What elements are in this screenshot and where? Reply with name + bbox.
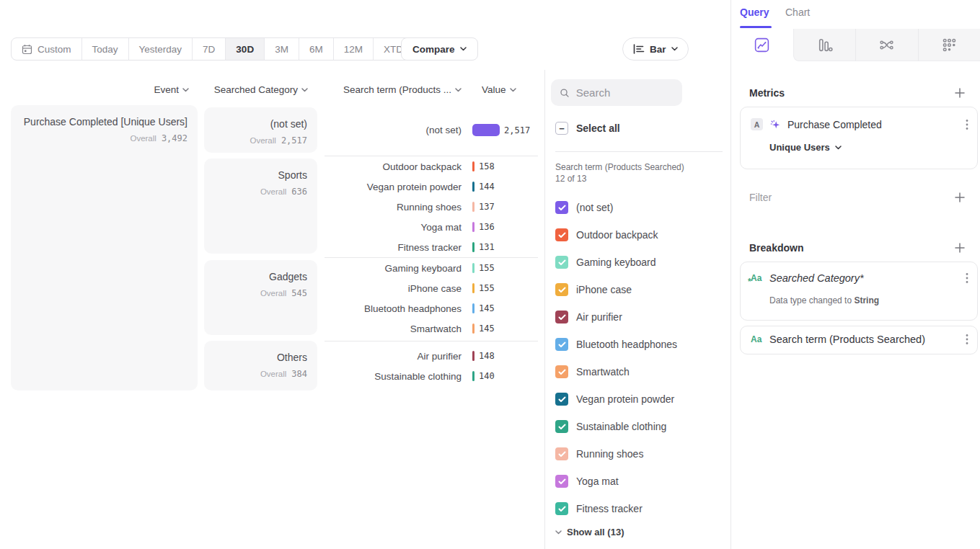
show-all-toggle[interactable]: Show all (13)	[555, 527, 624, 537]
value-bar	[472, 351, 474, 361]
date-range-label: 6M	[309, 44, 323, 55]
table-row[interactable]: Gaming keyboard 155	[325, 258, 538, 278]
legend-item[interactable]: Vegan protein powder	[555, 385, 725, 413]
chart-type-dropdown[interactable]: Bar	[622, 37, 689, 61]
search-input[interactable]	[576, 86, 675, 99]
legend-item[interactable]: Outdoor backpack	[555, 221, 725, 249]
category-cell[interactable]: Others Overall384	[204, 341, 317, 390]
table-row[interactable]: Smartwatch 145	[325, 318, 538, 339]
add-filter-button[interactable]	[953, 190, 967, 205]
metric-card[interactable]: A Purchase Completed Unique Users	[740, 107, 978, 169]
category-cell[interactable]: Gadgets Overall545	[204, 260, 317, 335]
checkbox[interactable]	[555, 475, 568, 488]
category-cell[interactable]: Sports Overall636	[204, 159, 317, 254]
legend-item[interactable]: iPhone case	[555, 276, 725, 303]
column-header-value[interactable]: Value	[482, 84, 516, 95]
column-header-label: Searched Category	[214, 84, 298, 95]
legend-item[interactable]: Fitness tracker	[555, 495, 725, 522]
breakdown-card[interactable]: Aa Search term (Products Searched)	[740, 326, 978, 354]
table-row[interactable]: (not set) 2,517	[325, 120, 538, 140]
date-range-yesterday[interactable]: Yesterday	[128, 38, 193, 60]
column-header-searched-category[interactable]: Searched Category	[204, 84, 308, 95]
add-breakdown-button[interactable]	[953, 241, 967, 255]
tab-chart[interactable]: Chart	[785, 6, 810, 18]
checkbox[interactable]	[555, 256, 568, 269]
tab-flows[interactable]	[855, 29, 918, 61]
breakdown-menu-button[interactable]	[966, 334, 968, 345]
legend-item[interactable]: Smartwatch	[555, 358, 725, 385]
category-cell[interactable]: (not set) Overall2,517	[204, 107, 317, 153]
legend-item[interactable]: Gaming keyboard	[555, 249, 725, 276]
table-row[interactable]: iPhone case 155	[325, 278, 538, 298]
checkbox[interactable]	[555, 338, 568, 351]
bar-zone: 2,517	[472, 124, 538, 136]
select-all-checkbox[interactable]: −	[555, 122, 568, 135]
checkbox[interactable]	[555, 311, 568, 323]
kebab-icon	[966, 119, 968, 130]
column-header-search-term[interactable]: Search term (Products ...	[325, 84, 462, 95]
legend-item[interactable]: Running shoes	[555, 440, 725, 468]
category-overall: Overall636	[211, 184, 307, 197]
overall-label: Overall	[260, 289, 286, 298]
event-cell[interactable]: Purchase Completed [Unique Users] Overal…	[11, 105, 198, 390]
search-term: iPhone case	[325, 283, 472, 294]
aggregation-dropdown[interactable]: Unique Users	[769, 142, 842, 153]
table-row[interactable]: Yoga mat 136	[325, 217, 538, 237]
checkbox[interactable]	[555, 365, 568, 378]
compare-button[interactable]: Compare	[401, 37, 478, 61]
breakdown-menu-button[interactable]	[966, 272, 968, 284]
legend-item[interactable]: (not set)	[555, 194, 725, 221]
check-icon	[558, 369, 566, 375]
filter-section-header: Filter	[749, 190, 967, 205]
checkbox[interactable]	[555, 393, 568, 406]
legend-item[interactable]: Bluetooth headphones	[555, 331, 725, 358]
category-overall: Overall2,517	[211, 133, 307, 146]
table-row[interactable]: Vegan protein powder 144	[325, 177, 538, 197]
value: 155	[479, 283, 495, 293]
breakdown-section-header: Breakdown	[749, 241, 967, 255]
checkbox[interactable]	[555, 502, 568, 515]
search-term: Fitness tracker	[325, 242, 472, 253]
checkbox[interactable]	[555, 228, 568, 241]
legend-item[interactable]: Air purifier	[555, 303, 725, 331]
date-range-custom[interactable]: Custom	[12, 38, 81, 60]
table-row[interactable]: Outdoor backpack 158	[325, 156, 538, 177]
date-range-12m[interactable]: 12M	[333, 38, 373, 60]
add-metric-button[interactable]	[953, 86, 967, 100]
date-range-label: Custom	[37, 44, 71, 55]
table-row[interactable]: Sustainable clothing 140	[325, 366, 538, 386]
legend-item-label: Outdoor backpack	[576, 229, 658, 241]
tab-funnels[interactable]	[793, 29, 856, 61]
legend-item[interactable]: Sustainable clothing	[555, 413, 725, 440]
table-row[interactable]: Bluetooth headphones 145	[325, 298, 538, 318]
tab-query[interactable]: Query	[740, 6, 769, 18]
column-header-label: Value	[482, 84, 506, 95]
checkbox[interactable]	[555, 201, 568, 214]
select-all-option[interactable]: − Select all	[555, 122, 620, 135]
legend-item-label: Air purifier	[576, 311, 622, 323]
table-row[interactable]: Air purifier 148	[325, 346, 538, 366]
tab-retention[interactable]	[918, 29, 980, 61]
date-range-3m[interactable]: 3M	[264, 38, 299, 60]
date-range-6m[interactable]: 6M	[299, 38, 333, 60]
legend-item[interactable]: Yoga mat	[555, 468, 725, 495]
search-box[interactable]	[551, 79, 682, 106]
table-row[interactable]: Fitness tracker 131	[325, 237, 538, 257]
column-header-event[interactable]: Event	[11, 84, 189, 95]
metric-menu-button[interactable]	[966, 119, 968, 130]
aggregation-label: Unique Users	[769, 142, 830, 153]
checkbox[interactable]	[555, 283, 568, 296]
legend-item-label: Bluetooth headphones	[576, 339, 677, 350]
date-range-7d[interactable]: 7D	[192, 38, 225, 60]
retention-icon	[941, 37, 958, 53]
date-range-today[interactable]: Today	[81, 38, 128, 60]
tab-insights[interactable]	[731, 29, 793, 61]
checkbox[interactable]	[555, 420, 568, 433]
table-row[interactable]: Running shoes 137	[325, 197, 538, 217]
breakdown-card[interactable]: Aa* Searched Category* Data type changed…	[740, 262, 978, 321]
list-count-label: Search term (Products Searched) 12 of 13	[555, 161, 689, 184]
row-group-sports: Outdoor backpack 158 Vegan protein powde…	[325, 156, 538, 256]
date-range-30d[interactable]: 30D	[225, 38, 264, 60]
category-name: Others	[211, 352, 307, 363]
checkbox[interactable]	[555, 447, 568, 460]
